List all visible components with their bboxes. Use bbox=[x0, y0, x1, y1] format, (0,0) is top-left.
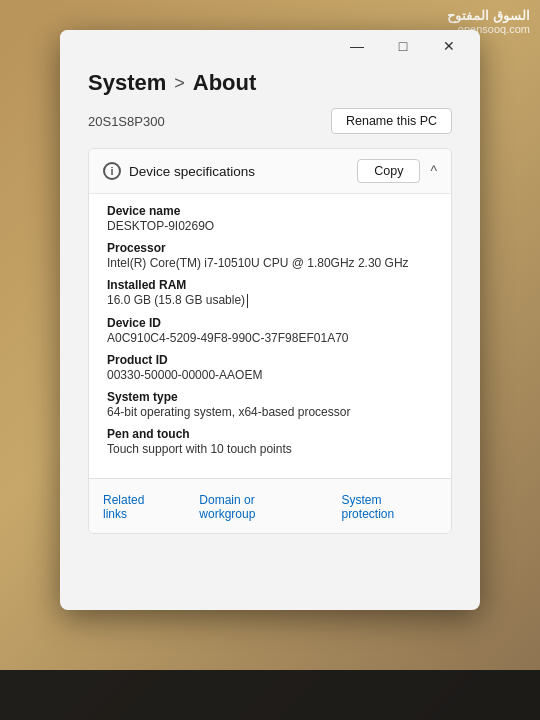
rename-bar: 20S1S8P300 Rename this PC bbox=[88, 108, 452, 134]
window-content: System > About 20S1S8P300 Rename this PC… bbox=[60, 62, 480, 610]
spec-group: Device nameDESKTOP-9I0269O bbox=[107, 204, 433, 233]
bottom-link-item[interactable]: Related links bbox=[89, 489, 185, 525]
spec-group: System type64-bit operating system, x64-… bbox=[107, 390, 433, 419]
panel-title: Device specifications bbox=[129, 164, 255, 179]
spec-value: 00330-50000-00000-AAOEM bbox=[107, 368, 433, 382]
breadcrumb: System > About bbox=[88, 62, 452, 96]
spec-group: Product ID00330-50000-00000-AAOEM bbox=[107, 353, 433, 382]
spec-group: Installed RAM16.0 GB (15.8 GB usable) bbox=[107, 278, 433, 308]
bottom-link-item[interactable]: Domain or workgroup bbox=[185, 489, 327, 525]
spec-label: Installed RAM bbox=[107, 278, 433, 292]
breadcrumb-separator: > bbox=[174, 73, 185, 94]
settings-window: — □ ✕ System > About 20S1S8P300 Rename t… bbox=[60, 30, 480, 610]
spec-value: A0C910C4-5209-49F8-990C-37F98EF01A70 bbox=[107, 331, 433, 345]
breadcrumb-system: System bbox=[88, 70, 166, 96]
panel-header: i Device specifications Copy ^ bbox=[89, 149, 451, 194]
maximize-button[interactable]: □ bbox=[380, 30, 426, 62]
titlebar: — □ ✕ bbox=[60, 30, 480, 62]
spec-label: Device name bbox=[107, 204, 433, 218]
panel-header-left: i Device specifications bbox=[103, 162, 255, 180]
spec-label: System type bbox=[107, 390, 433, 404]
breadcrumb-about: About bbox=[193, 70, 257, 96]
spec-group: ProcessorIntel(R) Core(TM) i7-10510U CPU… bbox=[107, 241, 433, 270]
panel-header-right: Copy ^ bbox=[357, 159, 437, 183]
info-icon: i bbox=[103, 162, 121, 180]
copy-button[interactable]: Copy bbox=[357, 159, 420, 183]
spec-label: Pen and touch bbox=[107, 427, 433, 441]
rename-pc-button[interactable]: Rename this PC bbox=[331, 108, 452, 134]
spec-label: Processor bbox=[107, 241, 433, 255]
spec-group: Device IDA0C910C4-5209-49F8-990C-37F98EF… bbox=[107, 316, 433, 345]
spec-label: Device ID bbox=[107, 316, 433, 330]
close-button[interactable]: ✕ bbox=[426, 30, 472, 62]
minimize-button[interactable]: — bbox=[334, 30, 380, 62]
spec-value: 16.0 GB (15.8 GB usable) bbox=[107, 293, 433, 308]
spec-label: Product ID bbox=[107, 353, 433, 367]
watermark-arabic: السوق المفتوح bbox=[447, 8, 530, 23]
bottom-links: Related linksDomain or workgroupSystem p… bbox=[89, 478, 451, 533]
device-specs-panel: i Device specifications Copy ^ Device na… bbox=[88, 148, 452, 534]
spec-value: Intel(R) Core(TM) i7-10510U CPU @ 1.80GH… bbox=[107, 256, 433, 270]
spec-value: DESKTOP-9I0269O bbox=[107, 219, 433, 233]
spec-group: Pen and touchTouch support with 10 touch… bbox=[107, 427, 433, 456]
chevron-up-icon[interactable]: ^ bbox=[430, 163, 437, 179]
specs-body: Device nameDESKTOP-9I0269OProcessorIntel… bbox=[89, 194, 451, 478]
spec-value: 64-bit operating system, x64-based proce… bbox=[107, 405, 433, 419]
text-cursor bbox=[247, 294, 248, 308]
spec-value: Touch support with 10 touch points bbox=[107, 442, 433, 456]
pc-model: 20S1S8P300 bbox=[88, 114, 165, 129]
bottom-link-item[interactable]: System protection bbox=[327, 489, 451, 525]
taskbar bbox=[0, 670, 540, 720]
